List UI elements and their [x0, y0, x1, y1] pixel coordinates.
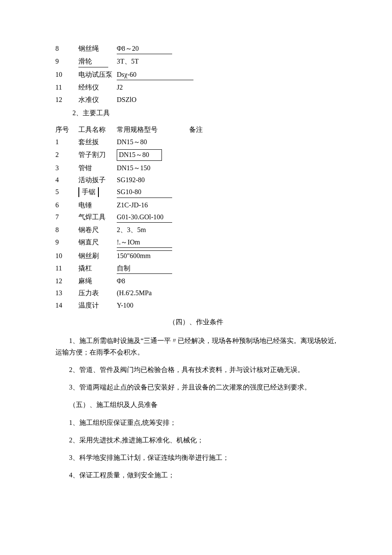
cell-name: 套丝扳: [78, 136, 117, 148]
tools-table: 序号 工具名称 常用规格型号 备注 1 套丝扳 DN15～80 2 管子割刀 D…: [55, 124, 215, 311]
col-rem: 备注: [189, 124, 215, 136]
cell-spec: Φ8～20: [117, 43, 193, 55]
cell-spec: !.～IOm: [117, 236, 189, 249]
cell-name: 手锯: [78, 186, 117, 199]
cell-name: 滑轮: [78, 55, 117, 68]
cell-name: 钢丝刷: [78, 249, 117, 262]
table-row: 8 钢丝绳 Φ8～20: [55, 43, 193, 55]
table-row: 9 钢直尺 !.～IOm: [55, 236, 215, 249]
equipment-table-continued: 8 钢丝绳 Φ8～20 9 滑轮 3T、5T 10 电动试压泵 Dsχ-60 1…: [55, 43, 193, 106]
cell-name: 水准仪: [78, 94, 117, 106]
table-row: 4 活动扳子 SG192-80: [55, 174, 215, 186]
table-row: 9 滑轮 3T、5T: [55, 55, 193, 68]
cell-name: 钢丝绳: [78, 43, 117, 55]
cell-spec: 150"600mm: [117, 249, 189, 262]
cell-seq: 8: [55, 224, 78, 236]
cell-seq: 10: [55, 69, 78, 81]
cell-name: 压力表: [78, 287, 117, 299]
cell-seq: 9: [55, 236, 78, 249]
table-row: 1 套丝扳 DN15～80: [55, 136, 215, 148]
cell-name: 钢直尺: [78, 236, 117, 249]
cell-seq: 3: [55, 162, 78, 174]
cell-spec: Y-100: [117, 299, 189, 311]
cell-seq: 11: [55, 262, 78, 275]
col-spec: 常用规格型号: [117, 124, 189, 136]
cell-name: 撬杠: [78, 262, 117, 275]
paragraph: 2、采用先进技术,推进施工标准化、机械化；: [55, 434, 337, 446]
heading-4: （四）、作业条件: [55, 317, 337, 327]
cell-name: 温度计: [78, 299, 117, 311]
cell-seq: 5: [55, 186, 78, 199]
table-row: 2 管子割刀 DN15～80: [55, 148, 215, 162]
cell-name: 活动扳子: [78, 174, 117, 186]
cell-seq: 1: [55, 136, 78, 148]
table-row: 6 电锤 Z1C-JD-16: [55, 199, 215, 211]
paragraph: 2、管道、管件及阀门均已检验合格，具有技术资料，并与设计核对正确无误。: [55, 364, 337, 375]
table-row: 7 气焊工具 G01-30.GOl-100: [55, 211, 215, 224]
paragraph: 1、施工所需临时设施及“三通一平〃已经解决，现场各种预制场地已经落实。离现场较近…: [55, 335, 337, 358]
table-row: 14 温度计 Y-100: [55, 299, 215, 311]
cell-spec: Dsχ-60: [117, 69, 193, 81]
table-row: 13 压力表 (H.6'2.5MPa: [55, 287, 215, 299]
col-name: 工具名称: [78, 124, 117, 136]
cell-spec: DN15～80: [117, 136, 189, 148]
cell-spec: 自制: [117, 262, 189, 275]
subheading-main-tools: 2、主要工具: [72, 108, 337, 118]
cell-seq: 7: [55, 211, 78, 224]
cell-spec: 3T、5T: [117, 55, 193, 68]
cell-name: 管钳: [78, 162, 117, 174]
table-row: 11 撬杠 自制: [55, 262, 215, 275]
paragraph: 4、保证工程质量，做到安全施工；: [55, 469, 337, 481]
cell-seq: 9: [55, 55, 78, 68]
cell-spec: Φ8: [117, 275, 189, 287]
col-seq: 序号: [55, 124, 78, 136]
cell-name: 电锤: [78, 199, 117, 211]
table-row: 11 经纬仪 J2: [55, 81, 193, 93]
table-row: 5 手锯 SG10-80: [55, 186, 215, 199]
paragraph: 1、施工组织应保证重点,统筹安排；: [55, 417, 337, 428]
cell-spec: (H.6'2.5MPa: [117, 287, 189, 299]
cell-name: 气焊工具: [78, 211, 117, 224]
table-header: 序号 工具名称 常用规格型号 备注: [55, 124, 215, 136]
table-row: 10 电动试压泵 Dsχ-60: [55, 69, 193, 81]
cell-spec: DSZlO: [117, 94, 193, 106]
table-row: 3 管钳 DN15～150: [55, 162, 215, 174]
cell-spec: DN15～80: [117, 148, 189, 162]
heading-5: （五）、施工组织及人员准备: [69, 399, 337, 410]
table-row: 8 钢卷尺 2、3、5m: [55, 224, 215, 236]
cell-seq: 14: [55, 299, 78, 311]
cell-seq: 8: [55, 43, 78, 55]
cell-seq: 6: [55, 199, 78, 211]
table-row: 10 钢丝刷 150"600mm: [55, 249, 215, 262]
cell-name: 经纬仪: [78, 81, 117, 93]
cell-seq: 12: [55, 275, 78, 287]
cell-spec: Z1C-JD-16: [117, 199, 189, 211]
table-row: 12 水准仪 DSZlO: [55, 94, 193, 106]
cell-seq: 12: [55, 94, 78, 106]
cell-spec: SG10-80: [117, 186, 189, 199]
cell-spec: J2: [117, 81, 193, 93]
cell-seq: 4: [55, 174, 78, 186]
cell-name: 钢卷尺: [78, 224, 117, 236]
cell-name: 电动试压泵: [78, 69, 117, 81]
cell-name: 管子割刀: [78, 148, 117, 162]
cell-spec: SG192-80: [117, 174, 189, 186]
cell-seq: 10: [55, 249, 78, 262]
cell-name: 麻绳: [78, 275, 117, 287]
cell-seq: 13: [55, 287, 78, 299]
paragraph: 3、管道两端起止点的设备已安装好，并且设备的二次灌浆的强度已经达到要求。: [55, 381, 337, 393]
paragraph: 3、科学地安排施工计划，保证连续均衡举进行施工；: [55, 452, 337, 463]
cell-spec: G01-30.GOl-100: [117, 211, 189, 224]
cell-seq: 2: [55, 148, 78, 162]
cell-spec: 2、3、5m: [117, 224, 189, 236]
table-row: 12 麻绳 Φ8: [55, 275, 215, 287]
cell-seq: 11: [55, 81, 78, 93]
cell-spec: DN15～150: [117, 162, 189, 174]
